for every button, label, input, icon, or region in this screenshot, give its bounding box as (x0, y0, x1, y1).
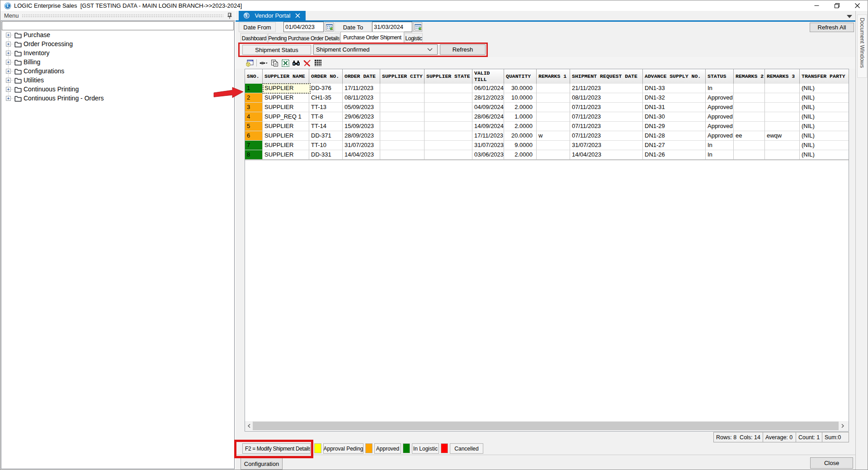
cell-5-transfer-party-name[interactable]: (NIL) (800, 122, 849, 131)
cell-8-advance-supply-no-[interactable]: DN1-26 (643, 150, 706, 160)
grid-row-6[interactable]: 6SUPPLIERDD-37128/09/202317/11/202320.00… (245, 131, 849, 141)
cell-6-remarks-2[interactable]: ee (734, 131, 765, 141)
cell-5-status[interactable]: Approved (706, 122, 734, 131)
cell-6-shipment-request-date[interactable]: 07/11/2023 (570, 131, 643, 141)
tree-expander-icon[interactable] (6, 51, 11, 56)
cell-4-supplier-name[interactable]: SUPP_REQ 1 (263, 112, 309, 122)
cell-5-remarks-2[interactable] (734, 122, 765, 131)
tab-dashboard[interactable]: Dashboard (241, 33, 268, 43)
column-header-shipment-request-date[interactable]: SHIPMENT REQUEST DATE (570, 69, 643, 84)
minimize-button[interactable] (807, 0, 827, 11)
column-header-remarks-2[interactable]: REMARKS 2 (734, 69, 765, 84)
cell-5-order-no-[interactable]: TT-14 (309, 122, 343, 131)
cell-1-order-no-[interactable]: DD-376 (309, 84, 343, 93)
column-header-transfer-party-name[interactable]: TRANSFER PARTY NAME (800, 69, 849, 84)
cell-4-transfer-party-name[interactable]: (NIL) (800, 112, 849, 122)
cell-7-quantity[interactable]: 9.0000 (504, 141, 537, 150)
grid-row-5[interactable]: 5SUPPLIERTT-1415/09/202314/09/20242.0000… (245, 122, 849, 131)
column-header-order-no-[interactable]: ORDER NO. (309, 69, 343, 84)
cell-4-advance-supply-no-[interactable]: DN1-30 (643, 112, 706, 122)
sidebar-item-inventory[interactable]: Inventory (1, 49, 234, 58)
column-header-supplier-name[interactable]: SUPPLIER NAME (263, 69, 309, 84)
cell-8-supplier-city[interactable] (380, 150, 425, 160)
cell-4-order-date[interactable]: 29/06/2023 (343, 112, 380, 122)
cell-5-supplier-state[interactable] (425, 122, 472, 131)
column-header-remarks-1[interactable]: REMARKS 1 (537, 69, 570, 84)
cell-4-supplier-state[interactable] (425, 112, 472, 122)
cell-3-remarks-2[interactable] (734, 103, 765, 112)
cell-3-order-date[interactable]: 05/09/2023 (343, 103, 380, 112)
scroll-right-icon[interactable] (839, 421, 846, 431)
cell-1-order-date[interactable]: 17/11/2023 (343, 84, 380, 93)
date-from-input[interactable] (283, 22, 324, 32)
cell-7-supplier-state[interactable] (425, 141, 472, 150)
tab-pending-purchase-order-details[interactable]: Pending Purchase Order Details (268, 33, 340, 43)
cell-6-supplier-state[interactable] (425, 131, 472, 141)
cell-1-advance-supply-no-[interactable]: DN1-33 (643, 84, 706, 93)
restore-button[interactable] (827, 0, 847, 11)
cell-2-transfer-party-name[interactable]: (NIL) (800, 93, 849, 103)
cell-1-remarks-1[interactable] (537, 84, 570, 93)
cell-6-supplier-city[interactable] (380, 131, 425, 141)
cell-7-shipment-request-date[interactable]: 31/07/2023 (570, 141, 643, 150)
cell-8-order-no-[interactable]: DD-331 (309, 150, 343, 160)
cell-2-supplier-city[interactable] (380, 93, 425, 103)
cell-3-sno-[interactable]: 3 (245, 103, 263, 112)
delete-icon[interactable] (303, 59, 311, 67)
cell-6-sno-[interactable]: 6 (245, 131, 263, 141)
cell-4-quantity[interactable]: 1.0000 (504, 112, 537, 122)
cell-1-supplier-city[interactable] (380, 84, 425, 93)
cell-6-valid-till[interactable]: 17/11/2023 (472, 131, 504, 141)
cell-3-shipment-request-date[interactable]: 07/11/2023 (570, 103, 643, 112)
cell-2-quantity[interactable]: 10.0000 (504, 93, 537, 103)
cell-4-valid-till[interactable]: 28/06/2024 (472, 112, 504, 122)
cell-4-order-no-[interactable]: TT-8 (309, 112, 343, 122)
cell-7-status[interactable]: In (706, 141, 734, 150)
grid-row-8[interactable]: 8SUPPLIERDD-33114/04/202303/06/20232.000… (245, 150, 849, 160)
cell-1-transfer-party-name[interactable]: (NIL) (800, 84, 849, 93)
grid-row-2[interactable]: 2SUPPLIERCH1-3508/11/202328/12/202310.00… (245, 93, 849, 103)
cell-8-remarks-1[interactable] (537, 150, 570, 160)
cell-4-supplier-city[interactable] (380, 112, 425, 122)
cell-6-order-date[interactable]: 28/09/2023 (343, 131, 380, 141)
tab-list-dropdown-icon[interactable] (847, 15, 852, 18)
column-header-quantity[interactable]: QUANTITY (504, 69, 537, 84)
refresh-all-button[interactable]: Refresh All (810, 23, 854, 32)
export-window-icon[interactable] (245, 59, 254, 67)
close-button[interactable]: Close (810, 457, 853, 469)
cell-8-transfer-party-name[interactable]: (NIL) (800, 150, 849, 160)
cell-3-advance-supply-no-[interactable]: DN1-31 (643, 103, 706, 112)
date-from-calendar-button[interactable] (325, 22, 334, 32)
sidebar-item-order-processing[interactable]: Order Processing (1, 40, 234, 49)
cell-8-remarks-3[interactable] (765, 150, 800, 160)
pin-icon[interactable] (227, 13, 232, 19)
cell-1-remarks-3[interactable] (765, 84, 800, 93)
cell-1-status[interactable]: In (706, 84, 734, 93)
cell-3-supplier-city[interactable] (380, 103, 425, 112)
sidebar-item-utilities[interactable]: Utilities (1, 76, 234, 85)
cell-1-supplier-state[interactable] (425, 84, 472, 93)
cell-2-order-date[interactable]: 08/11/2023 (343, 93, 380, 103)
cell-1-shipment-request-date[interactable]: 21/11/2023 (570, 84, 643, 93)
excel-export-icon[interactable] (281, 59, 289, 67)
column-header-valid-till[interactable]: VALID TILL (472, 69, 504, 84)
cell-8-quantity[interactable]: 2.0000 (504, 150, 537, 160)
scroll-left-icon[interactable] (245, 421, 253, 431)
cell-7-supplier-city[interactable] (380, 141, 425, 150)
column-header-status[interactable]: STATUS (706, 69, 734, 84)
tree-expander-icon[interactable] (6, 87, 11, 92)
cell-6-status[interactable]: Approved (706, 131, 734, 141)
cell-3-supplier-name[interactable]: SUPPLIER (263, 103, 309, 112)
cell-5-advance-supply-no-[interactable]: DN1-29 (643, 122, 706, 131)
cell-6-remarks-3[interactable]: ewqw (765, 131, 800, 141)
scrollbar-thumb[interactable] (253, 422, 839, 430)
cell-7-order-no-[interactable]: TT-10 (309, 141, 343, 150)
column-header-supplier-state[interactable]: SUPPLIER STATE (425, 69, 472, 84)
cell-2-remarks-3[interactable] (765, 93, 800, 103)
cell-1-sno-[interactable]: 1 (245, 84, 263, 93)
cell-2-sno-[interactable]: 2 (245, 93, 263, 103)
sidebar-item-continuous-printing[interactable]: Continuous Printing (1, 85, 234, 94)
cell-7-advance-supply-no-[interactable]: DN1-27 (643, 141, 706, 150)
grid-icon[interactable] (314, 59, 322, 67)
cell-4-remarks-2[interactable] (734, 112, 765, 122)
